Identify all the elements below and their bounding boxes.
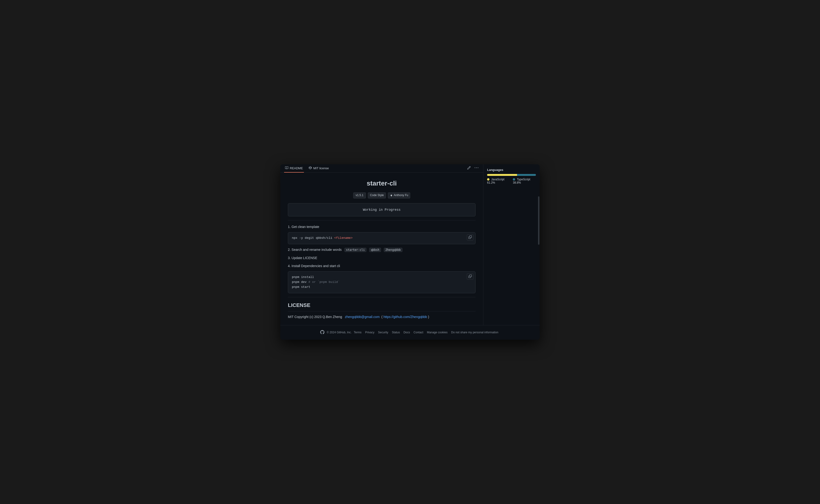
js-dot xyxy=(487,178,489,181)
sidebar: Languages JavaScript 61.2% TypeScript 38… xyxy=(483,164,540,325)
js-bar-segment xyxy=(487,174,517,176)
tab-license-label: MIT license xyxy=(313,166,329,170)
rename-tag-2: qbbsh xyxy=(369,248,381,252)
rename-tag-1: starter-cli xyxy=(344,248,366,252)
code-line-1: pnpm install xyxy=(292,275,472,280)
author-badge: Anthony Fu xyxy=(388,192,410,198)
code-filename: <filename> xyxy=(334,236,352,240)
step-1-number: 1. xyxy=(288,225,292,229)
languages-title: Languages xyxy=(487,168,536,172)
wip-box: Working in Progress xyxy=(288,203,476,216)
ts-legend-item: TypeScript 38.8% xyxy=(513,178,536,184)
rename-tag-3: Zhengqbbb xyxy=(384,248,402,252)
footer-docs[interactable]: Docs xyxy=(403,331,410,334)
tabs-bar: README MIT license xyxy=(280,164,483,173)
copy-button-1[interactable] xyxy=(467,234,473,240)
tab-readme-label: README xyxy=(290,166,303,170)
js-legend-item: JavaScript 61.2% xyxy=(487,178,510,184)
ts-bar-segment xyxy=(517,174,536,176)
code-line-3: pnpm start xyxy=(292,285,472,290)
license-text: MIT Copyright (c) 2023 Q.Ben Zheng zheng… xyxy=(288,314,476,319)
footer-do-not-share[interactable]: Do not share my personal information xyxy=(451,331,498,334)
readme-title: starter-cli xyxy=(288,178,476,189)
license-url-link[interactable]: https://github.com/Zhengqbbb xyxy=(383,315,427,319)
code-block-1-content: npx -y degit qbbsh/cli <filename> xyxy=(292,236,352,240)
footer-copyright: © 2024 GitHub, Inc. xyxy=(327,331,352,334)
edit-button[interactable] xyxy=(466,165,472,172)
tab-actions xyxy=(466,165,479,172)
github-logo-icon xyxy=(320,330,324,335)
js-label: JavaScript xyxy=(491,178,504,181)
ts-percent: 38.8% xyxy=(513,181,521,184)
code-block-2: pnpm install pnpm dev # or `pnpm build` … xyxy=(288,271,476,293)
step-4-number: 4. xyxy=(288,264,292,268)
copy-button-2[interactable] xyxy=(467,273,473,280)
divider-2 xyxy=(288,297,476,297)
menu-button[interactable] xyxy=(474,165,479,172)
code-line-2: pnpm dev # or `pnpm build` xyxy=(292,280,472,285)
tab-readme[interactable]: README xyxy=(284,164,304,173)
tab-license[interactable]: MIT license xyxy=(308,164,330,173)
main-window: README MIT license xyxy=(280,164,540,340)
step-4: 4. Install Dependencies and start cli xyxy=(288,263,476,269)
scrollbar-track[interactable] xyxy=(538,164,540,325)
step-2-number: 2. xyxy=(288,248,292,252)
footer-contact[interactable]: Contact xyxy=(414,331,423,334)
footer-security[interactable]: Security xyxy=(378,331,388,334)
footer-terms[interactable]: Terms xyxy=(354,331,362,334)
version-badge: v1.5.1 xyxy=(353,192,366,198)
wip-text: Working in Progress xyxy=(363,208,401,212)
step-1-text: Get clean template xyxy=(292,225,319,229)
language-legend: JavaScript 61.2% TypeScript 38.8% xyxy=(487,178,536,184)
code-style-badge: Code Style xyxy=(368,192,386,198)
footer-status[interactable]: Status xyxy=(392,331,400,334)
readme-body: starter-cli v1.5.1 Code Style Anthony Fu… xyxy=(280,173,483,325)
step-4-text: Install Dependencies and start cli xyxy=(292,264,340,268)
footer-privacy[interactable]: Privacy xyxy=(365,331,374,334)
step-3-text: Update LICENSE xyxy=(292,256,317,260)
step-3: 3. Update LICENSE xyxy=(288,255,476,260)
code-comment: # or `pnpm build` xyxy=(308,280,340,284)
step-1: 1. Get clean template xyxy=(288,224,476,229)
ts-label: TypeScript xyxy=(517,178,530,181)
law-icon xyxy=(309,166,312,170)
step-3-number: 3. xyxy=(288,256,292,260)
readme-area: README MIT license xyxy=(280,164,483,325)
step-2-text: Search and rename include words xyxy=(292,248,342,252)
scrollbar-thumb[interactable] xyxy=(538,196,539,245)
badges-row: v1.5.1 Code Style Anthony Fu xyxy=(288,192,476,198)
step-2: 2. Search and rename include words start… xyxy=(288,247,476,252)
license-section-title: LICENSE xyxy=(288,301,476,311)
ts-dot xyxy=(513,178,515,181)
language-bar xyxy=(487,174,536,176)
license-email-link[interactable]: zhengqbbb@gmail.com xyxy=(345,315,380,319)
code-block-1: npx -y degit qbbsh/cli <filename> xyxy=(288,232,476,244)
js-percent: 61.2% xyxy=(487,181,495,184)
book-icon xyxy=(285,166,288,170)
footer: © 2024 GitHub, Inc. Terms Privacy Securi… xyxy=(280,325,540,340)
footer-manage-cookies[interactable]: Manage cookies xyxy=(427,331,447,334)
lightning-icon xyxy=(390,194,393,197)
